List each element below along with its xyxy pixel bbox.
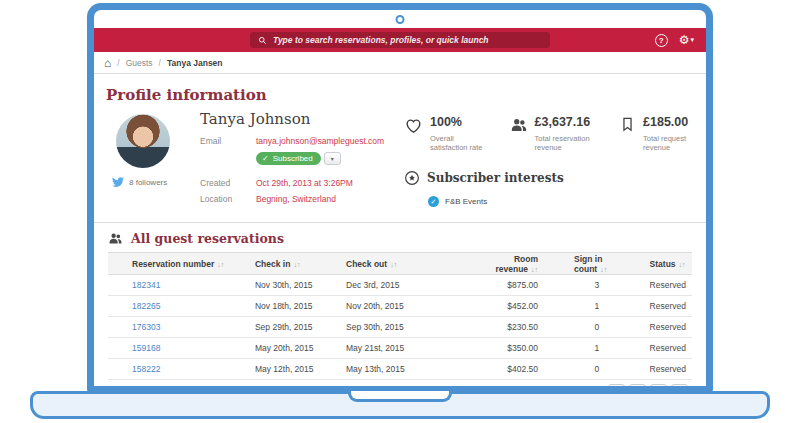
subscribed-badge[interactable]: ✓ Subscribed — [256, 152, 321, 165]
twitter-followers: 8 followers — [112, 176, 167, 188]
section-divider — [94, 222, 706, 223]
stat-caption: Overall satisfaction rate — [430, 134, 488, 152]
sort-icon[interactable]: ↓↑ — [679, 261, 686, 268]
stat-reservation-revenue: £3,637.16 Total reservation revenue — [510, 116, 597, 152]
interests-icon — [404, 170, 420, 186]
users-icon — [108, 231, 123, 246]
sign-in-cell: 3 — [564, 275, 640, 296]
reservation-link[interactable]: 182265 — [132, 301, 160, 311]
status-cell: Reserved — [640, 275, 692, 296]
created-row: Created Oct 29th, 2013 at 3:26PM — [200, 178, 353, 188]
chevron-down-icon: ▾ — [690, 36, 694, 44]
search-icon — [258, 36, 267, 45]
breadcrumb: ⌂ / Guests / Tanya Jansen — [94, 52, 706, 74]
stat-caption: Total reservation revenue — [535, 134, 597, 152]
status-cell: Reserved — [640, 359, 692, 380]
home-icon[interactable]: ⌂ — [104, 57, 111, 69]
subscribed-label: Subscribed — [273, 154, 313, 163]
check-in-cell: Nov 30th, 2015 — [245, 275, 336, 296]
check-icon: ✓ — [262, 154, 269, 163]
topbar-actions: ? ⚙ ▾ — [655, 28, 694, 52]
check-out-cell: May 13th, 2015 — [336, 359, 462, 380]
gear-icon: ⚙ — [679, 34, 690, 46]
interests-title: Subscriber interests — [427, 171, 564, 185]
status-cell: Reserved — [640, 338, 692, 359]
revenue-cell: $230.50 — [462, 317, 564, 338]
guest-name: Tanya Johnson — [200, 110, 310, 128]
search-input[interactable] — [273, 35, 542, 45]
table-row: 182341 Nov 30th, 2015 Dec 3rd, 2015 $875… — [108, 275, 692, 296]
check-out-cell: Dec 3rd, 2015 — [336, 275, 462, 296]
subscription-controls: ✓ Subscribed ▾ — [256, 152, 341, 165]
laptop-mockup: ? ⚙ ▾ ⌂ / Guests / Tanya Jansen Profile … — [0, 0, 800, 423]
check-in-cell: May 20th, 2015 — [245, 338, 336, 359]
checkbox-checked-icon[interactable]: ✓ — [428, 196, 439, 207]
email-link[interactable]: tanya.johnson@sampleguest.com — [256, 136, 384, 146]
twitter-icon — [112, 176, 124, 188]
col-reservation-number[interactable]: Reservation number↓↑ — [108, 253, 245, 275]
reservations-table: Reservation number↓↑ Check in↓↑ Check ou… — [108, 252, 692, 380]
breadcrumb-guests[interactable]: Guests — [126, 58, 153, 68]
col-check-out[interactable]: Check out↓↑ — [336, 253, 462, 275]
avatar — [116, 114, 170, 168]
table-row: 176303 Sep 29th, 2015 Sep 30th, 2015 $23… — [108, 317, 692, 338]
reservation-link[interactable]: 182341 — [132, 280, 160, 290]
stat-value: £185.00 — [643, 116, 696, 130]
status-cell: Reserved — [640, 296, 692, 317]
breadcrumb-separator: / — [117, 58, 119, 68]
status-cell: Reserved — [640, 317, 692, 338]
reservation-link[interactable]: 159168 — [132, 343, 160, 353]
bookmark-icon — [619, 116, 636, 152]
col-room-revenue[interactable]: Room revenue↓↑ — [462, 253, 564, 275]
subscriber-interests: Subscriber interests ✓ F&B Events — [404, 170, 564, 207]
check-out-cell: May 21st, 2015 — [336, 338, 462, 359]
reservation-link[interactable]: 176303 — [132, 322, 160, 332]
check-out-cell: Nov 20th, 2015 — [336, 296, 462, 317]
table-row: 158222 May 12th, 2015 May 13th, 2015 $40… — [108, 359, 692, 380]
laptop-base — [30, 391, 770, 419]
reservations-title: All guest reservations — [108, 231, 696, 246]
stat-value: £3,637.16 — [535, 116, 597, 130]
location-value[interactable]: Begning, Switzerland — [256, 194, 336, 204]
revenue-cell: $350.00 — [462, 338, 564, 359]
col-check-in[interactable]: Check in↓↑ — [245, 253, 336, 275]
sign-in-cell: 0 — [564, 359, 640, 380]
stat-value: 100% — [430, 116, 488, 130]
sort-icon[interactable]: ↓↑ — [600, 266, 607, 273]
search-box[interactable] — [250, 32, 550, 48]
table-row: 159168 May 20th, 2015 May 21st, 2015 $35… — [108, 338, 692, 359]
webcam-dot — [396, 15, 405, 24]
stat-satisfaction: 100% Overall satisfaction rate — [404, 116, 488, 152]
laptop-screen: ? ⚙ ▾ ⌂ / Guests / Tanya Jansen Profile … — [87, 3, 713, 393]
followers-count: 8 followers — [129, 178, 167, 187]
profile-section: 8 followers Tanya Johnson Email tanya.jo… — [104, 110, 696, 222]
stat-request-revenue: £185.00 Total request revenue — [619, 116, 696, 152]
sort-icon[interactable]: ↓↑ — [531, 266, 538, 273]
created-value[interactable]: Oct 29th, 2013 at 3:26PM — [256, 178, 353, 188]
top-navigation-bar: ? ⚙ ▾ — [94, 28, 706, 52]
col-status[interactable]: Status↓↑ — [640, 253, 692, 275]
col-sign-in-count[interactable]: Sign in count↓↑ — [564, 253, 640, 275]
interest-label: F&B Events — [445, 197, 487, 206]
sort-icon[interactable]: ↓↑ — [217, 261, 224, 268]
sign-in-cell: 1 — [564, 338, 640, 359]
laptop-notch — [348, 391, 452, 402]
settings-menu[interactable]: ⚙ ▾ — [679, 34, 694, 46]
interest-checkbox-row[interactable]: ✓ F&B Events — [428, 196, 564, 207]
sign-in-cell: 1 — [564, 296, 640, 317]
profile-stats: 100% Overall satisfaction rate £3,637.16… — [404, 116, 696, 152]
stat-caption: Total request revenue — [643, 134, 696, 152]
location-label: Location — [200, 194, 256, 204]
revenue-cell: $875.00 — [462, 275, 564, 296]
sort-icon[interactable]: ↓↑ — [390, 261, 397, 268]
heart-icon — [404, 116, 423, 152]
email-row: Email tanya.johnson@sampleguest.com — [200, 136, 384, 146]
subscription-dropdown-button[interactable]: ▾ — [324, 152, 341, 165]
breadcrumb-current: Tanya Jansen — [167, 58, 223, 68]
help-icon[interactable]: ? — [655, 34, 668, 47]
check-out-cell: Sep 30th, 2015 — [336, 317, 462, 338]
created-label: Created — [200, 178, 256, 188]
email-label: Email — [200, 136, 256, 146]
sort-icon[interactable]: ↓↑ — [293, 261, 300, 268]
reservation-link[interactable]: 158222 — [132, 364, 160, 374]
